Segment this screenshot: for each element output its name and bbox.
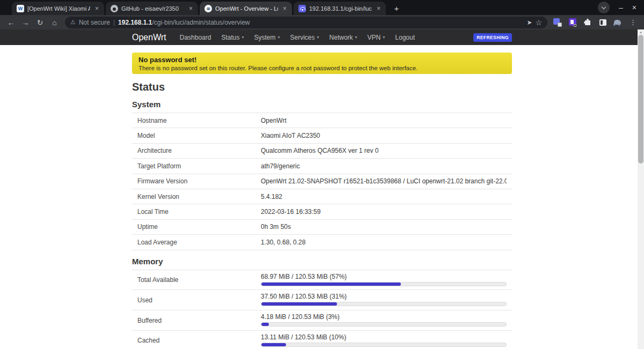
- memory-progress-fill: [261, 343, 286, 346]
- close-window-button[interactable]: ×: [632, 4, 636, 11]
- row-label: Target Platform: [137, 162, 261, 170]
- minimize-button[interactable]: –: [619, 4, 623, 11]
- copy-extension-overlay: [558, 23, 562, 27]
- scroll-up-icon[interactable]: ▴: [638, 29, 644, 35]
- browser-tab[interactable]: ((|)) OpenWrt - Overview - LuCI ×: [200, 2, 292, 15]
- memory-value-text: 68.97 MiB / 120.53 MiB (57%): [261, 273, 507, 280]
- row-label: Cached: [137, 331, 261, 349]
- tab-close-icon[interactable]: ×: [93, 5, 100, 12]
- extensions-puzzle-icon[interactable]: [583, 18, 592, 27]
- page-scrollbar[interactable]: ▴: [638, 29, 644, 349]
- scrollbar-thumb[interactable]: [638, 35, 643, 164]
- memory-value-text: 13.11 MiB / 120.53 MiB (10%): [261, 333, 507, 341]
- luci-navbar: OpenWrt Dashboard Status ▾ System ▾ Serv…: [0, 29, 644, 45]
- chevron-down-icon: ▾: [383, 35, 385, 40]
- row-value: Qualcomm Atheros QCA956X ver 1 rev 0: [261, 147, 507, 154]
- memory-row: Cached 13.11 MiB / 120.53 MiB (10%): [132, 330, 512, 349]
- forward-icon[interactable]: →: [19, 16, 32, 28]
- nav-item-network[interactable]: Network ▾: [330, 34, 357, 41]
- row-label: Total Available: [137, 270, 261, 290]
- tab-close-icon[interactable]: ×: [187, 5, 194, 12]
- memory-row: Used 37.50 MiB / 120.53 MiB (31%): [132, 289, 512, 310]
- tab-search-chevron-button[interactable]: [598, 2, 610, 13]
- memory-progress-fill: [261, 323, 269, 326]
- row-value: OpenWrt: [261, 117, 507, 124]
- browser-tab[interactable]: 192.168.31.1/cgi-bin/luci/;sto ×: [294, 2, 386, 15]
- nav-item-dashboard[interactable]: Dashboard: [180, 34, 211, 41]
- row-value: 5.4.182: [261, 193, 507, 201]
- row-label: Kernel Version: [137, 193, 261, 201]
- system-section-title: System: [132, 100, 512, 109]
- table-row: Load Average 1.30, 0.68, 0.28: [132, 234, 512, 249]
- bookmark-star-icon[interactable]: ☆: [535, 18, 542, 27]
- new-tab-button[interactable]: +: [391, 2, 402, 14]
- browser-menu-icon[interactable]: ⋮: [628, 18, 638, 26]
- row-label: Architecture: [137, 147, 261, 154]
- row-value: Xiaomi AIoT AC2350: [261, 132, 507, 139]
- nav-item-vpn[interactable]: VPN ▾: [368, 34, 385, 41]
- row-label: Model: [137, 132, 261, 139]
- puzzle-piece-shape: [585, 20, 590, 25]
- browser-tab[interactable]: W [OpenWrt Wiki] Xiaomi AIoT R ×: [12, 2, 104, 15]
- tab-close-icon[interactable]: ×: [281, 5, 288, 12]
- address-bar[interactable]: ⚠ Not secure | 192.168.1.1/cgi-bin/luci/…: [65, 17, 547, 28]
- security-label[interactable]: Not secure: [79, 19, 110, 26]
- table-row: Architecture Qualcomm Atheros QCA956X ve…: [132, 143, 512, 158]
- url-host: 192.168.1.1: [118, 19, 152, 26]
- side-panel-shape: [599, 19, 606, 26]
- page-title: Status: [132, 81, 512, 93]
- row-value: 2022-03-16 16:33:59: [261, 208, 507, 216]
- tab-title: [OpenWrt Wiki] Xiaomi AIoT R: [27, 5, 90, 12]
- side-panel-icon[interactable]: [598, 18, 608, 27]
- row-value: 68.97 MiB / 120.53 MiB (57%): [261, 270, 507, 290]
- table-row: Firmware Version OpenWrt 21.02-SNAPSHOT …: [132, 174, 512, 189]
- memory-progress-bar: [261, 282, 507, 286]
- nav-item-status[interactable]: Status ▾: [221, 34, 244, 41]
- table-row: Local Time 2022-03-16 16:33:59: [132, 204, 512, 219]
- chevron-down-icon: ▾: [241, 35, 244, 40]
- reload-icon[interactable]: ↻: [34, 16, 46, 28]
- not-secure-warning-icon: ⚠: [70, 19, 76, 26]
- privacy-extension-icon[interactable]: [568, 18, 577, 27]
- row-label: Used: [137, 290, 261, 310]
- nav-item-system[interactable]: System ▾: [254, 34, 280, 41]
- refreshing-badge[interactable]: REFRESHING: [473, 33, 512, 42]
- tab-strip: W [OpenWrt Wiki] Xiaomi AIoT R × GitHub …: [0, 2, 594, 15]
- tab-title: 192.168.31.1/cgi-bin/luci/;sto: [309, 5, 372, 12]
- openwrt-brand[interactable]: OpenWrt: [132, 33, 166, 42]
- nav-item-label: Dashboard: [180, 34, 211, 41]
- home-icon[interactable]: ⌂: [48, 16, 61, 28]
- memory-row: Total Available 68.97 MiB / 120.53 MiB (…: [132, 270, 512, 290]
- alert-title: No password set!: [138, 55, 506, 64]
- tab-title: OpenWrt - Overview - LuCI: [215, 5, 278, 12]
- row-value: ath79/generic: [261, 162, 507, 170]
- tab-close-icon[interactable]: ×: [375, 5, 382, 12]
- row-label: Local Time: [137, 208, 261, 216]
- nav-item-label: VPN: [368, 34, 381, 41]
- elephant-extension-icon[interactable]: [613, 18, 623, 27]
- copy-extension-icon[interactable]: [553, 18, 562, 27]
- lock-icon: [574, 24, 576, 27]
- memory-progress-fill: [261, 283, 401, 286]
- nav-item-logout[interactable]: Logout: [395, 34, 415, 41]
- send-to-device-icon[interactable]: ➤: [526, 19, 532, 26]
- nav-item-services[interactable]: Services ▾: [290, 34, 319, 41]
- row-label: Firmware Version: [137, 177, 261, 185]
- row-value: OpenWrt 21.02-SNAPSHOT r16521-b1c3539868…: [261, 177, 507, 185]
- privacy-extension-doc: [570, 20, 574, 24]
- browser-titlebar: W [OpenWrt Wiki] Xiaomi AIoT R × GitHub …: [0, 0, 644, 15]
- chevron-down-icon: ▾: [355, 35, 357, 40]
- wiki-favicon-icon: W: [17, 5, 24, 12]
- url-text[interactable]: 192.168.1.1/cgi-bin/luci/admin/status/ov…: [118, 19, 250, 26]
- table-row: Model Xiaomi AIoT AC2350: [132, 128, 512, 143]
- row-value: 37.50 MiB / 120.53 MiB (31%): [261, 290, 507, 310]
- row-value: 0h 3m 50s: [261, 223, 507, 231]
- memory-progress-fill: [261, 302, 337, 306]
- system-table: Hostname OpenWrt Model Xiaomi AIoT AC235…: [132, 113, 512, 250]
- elephant-shape: [614, 20, 621, 25]
- nav-item-label: Network: [330, 34, 353, 41]
- row-label: Hostname: [137, 117, 261, 124]
- browser-tab[interactable]: GitHub - eisaev/r2350 ×: [106, 2, 198, 15]
- row-label: Load Average: [137, 239, 261, 246]
- back-icon[interactable]: ←: [5, 16, 17, 28]
